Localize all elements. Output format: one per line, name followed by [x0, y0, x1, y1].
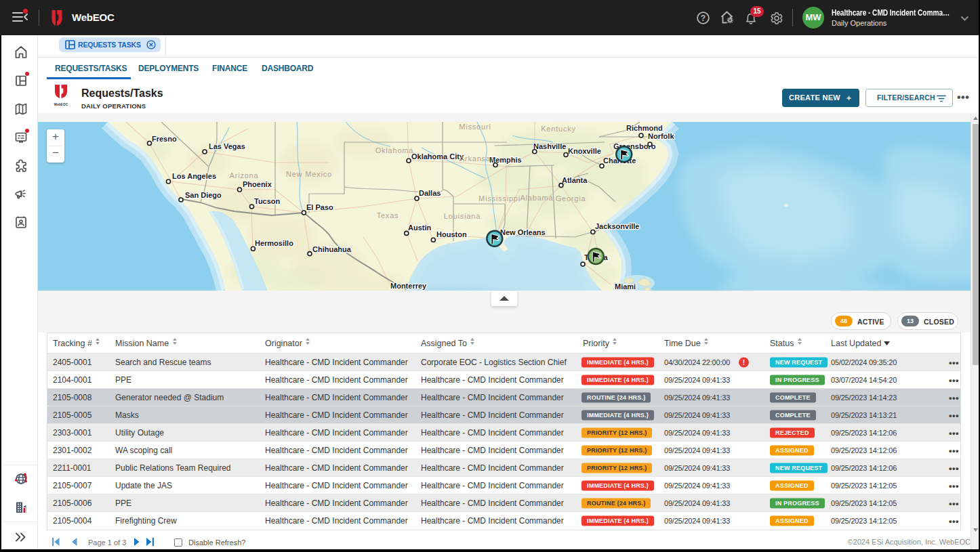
svg-text:Atlanta: Atlanta: [562, 176, 588, 184]
svg-text:Fresno: Fresno: [152, 135, 177, 143]
svg-text:Jacksonville: Jacksonville: [595, 222, 639, 230]
svg-text:El Paso: El Paso: [306, 203, 333, 211]
svg-text:Mississippi: Mississippi: [478, 194, 520, 203]
svg-text:Richmond: Richmond: [626, 124, 663, 132]
svg-text:Missouri: Missouri: [459, 123, 491, 131]
svg-text:Alabama: Alabama: [520, 194, 553, 202]
svg-text:Knoxville: Knoxville: [568, 147, 601, 155]
svg-text:San Diego: San Diego: [185, 191, 222, 199]
svg-text:Miami: Miami: [615, 282, 636, 291]
svg-text:Nashville: Nashville: [533, 142, 566, 150]
svg-text:Oklahoma: Oklahoma: [375, 146, 414, 154]
svg-text:Arkansas: Arkansas: [460, 154, 495, 163]
svg-text:Hermosillo: Hermosillo: [255, 239, 293, 247]
svg-text:Phoenix: Phoenix: [243, 180, 272, 188]
svg-text:Arizona: Arizona: [230, 171, 259, 179]
svg-text:Texas: Texas: [377, 211, 399, 219]
svg-text:Las Vegas: Las Vegas: [209, 142, 245, 150]
svg-text:New Orleans: New Orleans: [500, 228, 546, 236]
svg-text:?: ?: [701, 14, 706, 23]
svg-text:Houston: Houston: [436, 230, 467, 238]
svg-text:Louisiana: Louisiana: [444, 212, 481, 220]
svg-text:Norfolk: Norfolk: [648, 132, 674, 140]
svg-text:Dallas: Dallas: [419, 189, 441, 197]
svg-text:Chihuahua: Chihuahua: [312, 245, 352, 253]
svg-text:New Mexico: New Mexico: [286, 170, 332, 178]
svg-text:Tucson: Tucson: [254, 197, 281, 205]
svg-text:Los Angeles: Los Angeles: [172, 172, 216, 180]
svg-text:Georgia: Georgia: [556, 194, 586, 203]
svg-text:Austin: Austin: [408, 224, 432, 232]
svg-text:Monterrey: Monterrey: [390, 282, 427, 290]
svg-text:Kentucky: Kentucky: [541, 125, 576, 133]
svg-text:Oklahoma City: Oklahoma City: [411, 152, 464, 161]
